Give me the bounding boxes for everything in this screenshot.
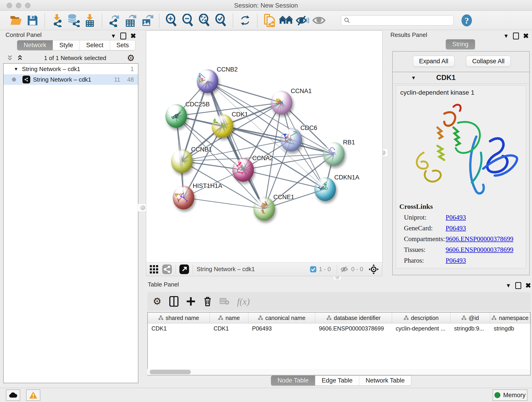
crosslinks-section: CrossLinks Uniprot:P06493GeneCard:P06493…	[396, 203, 526, 268]
table-header-row: shared namenamecanonical namedatabase id…	[148, 313, 530, 323]
horizontal-scrollbar[interactable]	[147, 369, 530, 375]
selected-checkbox-icon[interactable]	[310, 266, 317, 273]
scrollbar-thumb[interactable]	[150, 370, 191, 374]
panel-menu-icon[interactable]: ▼	[503, 33, 509, 39]
crosslink-row: Pharos:P06493	[404, 257, 526, 264]
tab-edge-table[interactable]: Edge Table	[315, 376, 359, 385]
tab-select[interactable]: Select	[80, 40, 110, 50]
import-database-button[interactable]	[67, 13, 80, 27]
zoom-selected-button[interactable]	[214, 13, 228, 27]
crosslink-link[interactable]: 9606.ENSP00000378699	[446, 235, 513, 243]
network-node-CDK1[interactable]	[212, 114, 233, 138]
node-label-CDC6: CDC6	[300, 124, 317, 132]
warnings-button[interactable]	[26, 389, 40, 401]
save-session-button[interactable]	[26, 13, 39, 27]
zoom-in-button[interactable]	[165, 13, 178, 27]
network-node-CDC6[interactable]	[280, 128, 302, 152]
help-button[interactable]: ?	[460, 13, 473, 27]
column-header-description[interactable]: description	[392, 313, 450, 323]
birdseye-crosshair-icon[interactable]	[369, 264, 379, 274]
column-header-database-identifier[interactable]: database identifier	[315, 313, 392, 323]
export-table-button[interactable]	[124, 13, 137, 27]
float-panel-icon[interactable]	[120, 32, 126, 39]
column-header-shared-name[interactable]: shared name	[148, 313, 210, 323]
network-node-CCNB2[interactable]	[197, 69, 218, 93]
table-cell[interactable]: CDK1	[148, 323, 210, 333]
protein-disclosure-icon[interactable]: ▼	[411, 75, 416, 81]
export-network-button[interactable]	[108, 13, 121, 27]
network-node-HIST1H1A[interactable]	[173, 186, 194, 210]
add-column-icon[interactable]	[186, 297, 196, 306]
search-field[interactable]	[341, 15, 454, 26]
float-panel-icon[interactable]	[515, 282, 521, 289]
detach-view-icon[interactable]	[179, 264, 189, 274]
memory-button[interactable]: Memory	[493, 389, 527, 401]
network-node-CCNA2[interactable]	[232, 158, 254, 182]
clone-network-button[interactable]	[263, 13, 276, 27]
network-view-icon[interactable]	[162, 264, 172, 274]
network-node-CDKN1A[interactable]	[314, 177, 336, 201]
network-node-CCNE1[interactable]	[253, 197, 275, 221]
zoom-out-button[interactable]	[181, 13, 195, 27]
collapse-all-icon[interactable]	[6, 55, 13, 61]
home-button[interactable]	[279, 13, 293, 27]
import-table-button[interactable]	[83, 13, 96, 27]
table-options-gear-icon[interactable]: ⚙	[153, 297, 162, 306]
table-cell[interactable]: stringdb	[490, 323, 530, 333]
tab-string[interactable]: String	[446, 39, 475, 49]
table-cell[interactable]: P06493	[248, 323, 315, 333]
network-node-CCNB1[interactable]	[171, 149, 193, 173]
show-columns-icon[interactable]	[169, 296, 178, 307]
delete-column-icon[interactable]	[203, 296, 212, 307]
cloud-button[interactable]	[6, 389, 20, 401]
table-cell[interactable]: CDK1	[210, 323, 248, 333]
open-session-button[interactable]	[9, 13, 23, 27]
network-node-CDC25B[interactable]	[165, 104, 187, 128]
crosslink-link[interactable]: 9606.ENSP00000378699	[446, 246, 513, 254]
control-panel-title: Control Panel	[6, 32, 42, 38]
column-header-canonical-name[interactable]: canonical name	[248, 313, 315, 323]
panel-menu-icon[interactable]: ▼	[111, 33, 116, 39]
show-all-button[interactable]	[312, 13, 326, 27]
network-node-CCNA1[interactable]	[271, 91, 292, 115]
collection-disclosure-icon[interactable]: ▼	[14, 66, 18, 72]
close-panel-icon[interactable]: ✖	[130, 32, 136, 40]
import-network-button[interactable]	[50, 13, 63, 27]
hide-selected-button[interactable]	[296, 13, 309, 27]
close-panel-icon[interactable]: ✖	[525, 281, 531, 289]
close-panel-icon[interactable]: ✖	[523, 32, 529, 40]
column-header-@id[interactable]: @id	[450, 313, 490, 323]
grid-view-icon[interactable]	[149, 265, 158, 274]
zoom-fit-button[interactable]	[198, 13, 211, 27]
hidden-eye-icon[interactable]	[341, 266, 349, 273]
crosslink-link[interactable]: P06493	[446, 257, 466, 264]
crosslink-link[interactable]: P06493	[446, 224, 466, 232]
network-collection-row[interactable]: ▼ String Network – cdk1 1	[4, 64, 138, 74]
table-row[interactable]: CDK1CDK1P064939606.ENSP00000378699cyclin…	[148, 323, 530, 333]
table-cell[interactable]: cyclin-dependent ...	[392, 323, 450, 333]
network-options-gear-icon[interactable]: ⚙	[127, 54, 135, 62]
export-image-button[interactable]	[140, 13, 154, 27]
tab-network[interactable]: Network	[17, 40, 53, 50]
float-panel-icon[interactable]	[513, 32, 519, 39]
refresh-button[interactable]	[239, 13, 252, 27]
column-header-name[interactable]: name	[210, 313, 248, 323]
tab-style[interactable]: Style	[53, 40, 80, 50]
expand-all-button[interactable]: Expand All	[413, 56, 455, 67]
panel-menu-icon[interactable]: ▼	[506, 282, 511, 289]
collapse-all-button[interactable]: Collapse All	[466, 56, 511, 67]
network-row-selected[interactable]: String Network – cdk1 11 48	[4, 74, 138, 85]
expand-all-icon[interactable]	[17, 55, 23, 61]
network-canvas[interactable]: CCNB2CCNA1CDC25BCDK1CDC6RB1CCNB1CCNA2CDK…	[146, 31, 383, 262]
search-input[interactable]	[350, 17, 451, 24]
node-table[interactable]: shared namenamecanonical namedatabase id…	[147, 312, 531, 375]
network-node-RB1[interactable]	[323, 142, 345, 166]
network-view-toolbar: String Network – cdk1 1 - 0 0 - 0	[146, 262, 382, 276]
table-cell[interactable]: stringdb:9...	[450, 323, 490, 333]
tab-node-table[interactable]: Node Table	[271, 376, 315, 385]
column-header-namespace[interactable]: namespace	[490, 313, 530, 323]
table-cell[interactable]: 9606.ENSP00000378699	[315, 323, 392, 333]
tab-network-table[interactable]: Network Table	[359, 376, 411, 385]
tab-sets[interactable]: Sets	[110, 40, 135, 50]
crosslink-link[interactable]: P06493	[446, 214, 466, 221]
